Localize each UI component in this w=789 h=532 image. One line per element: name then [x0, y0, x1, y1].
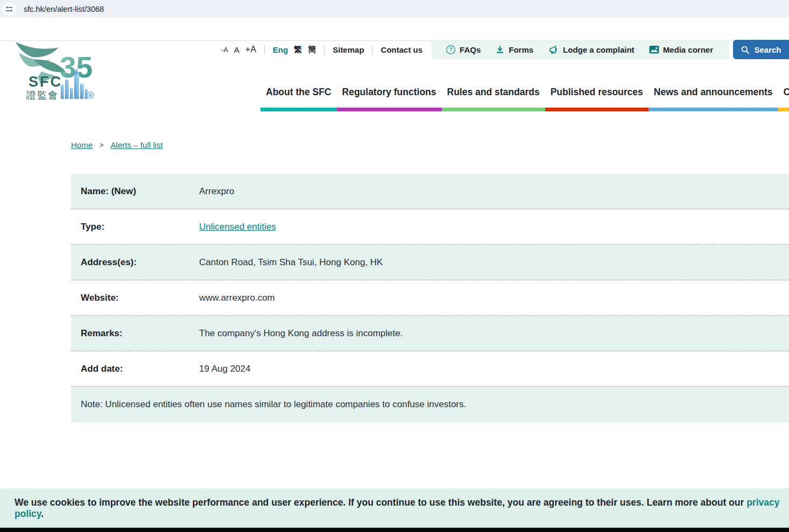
lang-eng[interactable]: Eng	[273, 45, 288, 54]
nav-item-regulatory-functions[interactable]: Regulatory functions	[337, 77, 442, 111]
utility-quick-links: ?FAQsFormsLodge a complaintMedia corner	[432, 40, 729, 59]
search-button[interactable]: Search	[733, 40, 789, 59]
sitemap-link[interactable]: Sitemap	[333, 45, 364, 54]
row-value: Canton Road, Tsim Sha Tsui, Hong Kong, H…	[199, 257, 383, 268]
font-smaller-button[interactable]: -A	[221, 46, 228, 54]
detail-row-type: Type:Unlicensed entities	[71, 209, 789, 245]
quick-link-label: FAQs	[460, 45, 481, 54]
utility-nav: -A A +A Eng 繁 簡 Sitemap Contact us ?FAQs…	[221, 40, 789, 59]
font-larger-button[interactable]: +A	[245, 45, 256, 54]
question-circle-icon: ?	[446, 45, 456, 55]
nav-item-news-and-announcements[interactable]: News and announcements	[649, 77, 778, 111]
logo-cn-text: 證監會	[26, 90, 59, 101]
row-value-link[interactable]: Unlicensed entities	[199, 222, 276, 232]
nav-item-career[interactable]: Career	[778, 77, 789, 111]
page: sfc.hk/en/alert-list/3068 35	[0, 0, 789, 532]
nav-item-about-the-sfc[interactable]: About the SFC	[260, 77, 337, 111]
quick-link-lodge-a-complaint[interactable]: Lodge a complaint	[548, 45, 635, 55]
svg-text:?: ?	[449, 47, 452, 53]
row-value: The company's Hong Kong address is incom…	[199, 328, 403, 339]
row-value: Arrexpro	[199, 186, 234, 197]
cookie-text: We use cookies to improve the website pe…	[15, 497, 789, 520]
site-settings-button[interactable]	[2, 2, 16, 16]
quick-link-label: Lodge a complaint	[563, 45, 635, 54]
footer-top-bar	[0, 528, 789, 532]
quick-link-forms[interactable]: Forms	[495, 45, 533, 54]
divider	[372, 45, 373, 54]
detail-row-name-new: Name: (New)Arrexpro	[71, 174, 789, 209]
quick-link-label: Forms	[509, 45, 533, 54]
tune-icon	[5, 5, 13, 13]
lang-simplified-chinese[interactable]: 簡	[308, 45, 316, 55]
quick-link-label: Media corner	[663, 45, 713, 54]
nav-item-rules-and-standards[interactable]: Rules and standards	[442, 77, 545, 111]
breadcrumb-home-link[interactable]: Home	[71, 140, 93, 150]
megaphone-icon	[548, 45, 559, 55]
main-nav: About the SFCRegulatory functionsRules a…	[260, 77, 789, 111]
detail-row-remarks: Remarks:The company's Hong Kong address …	[71, 316, 789, 351]
search-button-label: Search	[754, 45, 781, 54]
note-row: Note: Unlicensed entities often use name…	[71, 387, 789, 422]
detail-row-website: Website:www.arrexpro.com	[71, 280, 789, 316]
font-normal-button[interactable]: A	[234, 45, 239, 54]
detail-row-add-date: Add date:19 Aug 2024	[71, 351, 789, 387]
row-label: Name: (New)	[71, 186, 199, 197]
browser-address-bar[interactable]: sfc.hk/en/alert-list/3068	[0, 0, 789, 18]
sfc-logo[interactable]: 35 SFC 證監會	[13, 41, 95, 103]
nav-item-published-resources[interactable]: Published resources	[545, 77, 649, 111]
row-value: 19 Aug 2024	[199, 364, 250, 374]
row-label: Remarks:	[71, 328, 199, 339]
row-label: Type:	[71, 222, 199, 232]
detail-row-address-es: Address(es):Canton Road, Tsim Sha Tsui, …	[71, 245, 789, 280]
row-label: Address(es):	[71, 257, 199, 268]
row-label: Website:	[71, 293, 199, 303]
search-icon	[741, 45, 750, 54]
row-value: www.arrexpro.com	[199, 293, 275, 303]
lang-traditional-chinese[interactable]: 繁	[294, 45, 302, 55]
logo-sfc-text: SFC	[29, 74, 62, 90]
alert-detail-table: Name: (New)ArrexproType:Unlicensed entit…	[71, 174, 789, 422]
download-icon	[495, 45, 505, 54]
divider	[324, 45, 325, 54]
row-label: Add date:	[71, 364, 199, 374]
divider	[264, 45, 265, 54]
url-text[interactable]: sfc.hk/en/alert-list/3068	[24, 5, 104, 13]
breadcrumb: Home > Alerts – full list	[71, 140, 163, 150]
quick-link-media-corner[interactable]: Media corner	[649, 45, 713, 54]
utility-left-group: -A A +A Eng 繁 簡 Sitemap Contact us	[221, 40, 432, 59]
contact-us-link[interactable]: Contact us	[381, 45, 423, 54]
media-corner-icon	[649, 45, 659, 54]
quick-link-faqs[interactable]: ?FAQs	[446, 45, 481, 55]
breadcrumb-separator: >	[100, 141, 104, 149]
row-value: Unlicensed entities	[199, 222, 276, 232]
breadcrumb-alerts-link[interactable]: Alerts – full list	[111, 140, 163, 150]
sfc-35-logo-graphic: 35 SFC 證監會	[13, 41, 95, 103]
cookie-banner: We use cookies to improve the website pe…	[0, 488, 789, 528]
